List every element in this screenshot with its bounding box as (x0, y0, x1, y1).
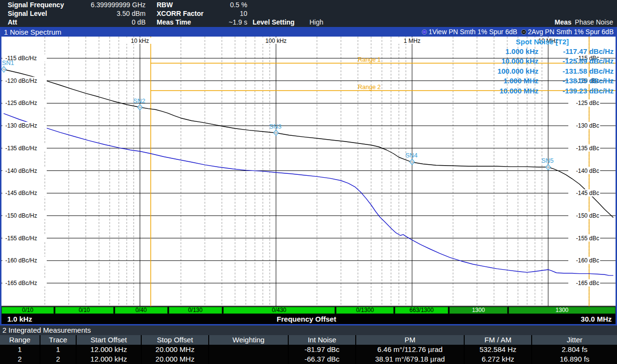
progress-segment: 0/1300 (336, 307, 394, 314)
legend-trace-2[interactable]: 2Avg PN Smth 1% Spur 6dB (521, 28, 614, 36)
meas-mode: MeasPhase Noise (555, 18, 613, 26)
column-header: Weighting (208, 335, 288, 345)
window2-title: 2 Integrated Measurements (2, 326, 91, 334)
x-axis-start: 1.0 kHz (1, 315, 32, 323)
y-tick-left: -150 dBc/Hz (5, 212, 37, 219)
table-cell: 2 (0, 354, 40, 364)
meas-time-label: Meas Time (157, 18, 214, 26)
level-setting-label: Level Setting (253, 18, 295, 26)
column-header: Stop Offset (141, 335, 208, 345)
y-tick-right: -145 dBc (576, 190, 599, 196)
rbw-label: RBW (157, 0, 214, 9)
column-header: Jitter (531, 335, 617, 345)
integrated-measurements-titlebar[interactable]: 2 Integrated Measurements (0, 325, 617, 335)
y-tick-left: -125 dBc/Hz (5, 100, 37, 106)
measurement-header: Signal Frequency 6.399999999 GHz Signal … (0, 0, 617, 27)
integrated-measurements-table: RangeTraceStart OffsetStop OffsetWeighti… (0, 335, 617, 364)
column-header: Start Offset (76, 335, 141, 345)
signal-level-label: Signal Level (8, 9, 75, 18)
x-tick-label: 1 MHz (404, 38, 421, 44)
y-tick-right: -130 dBc (576, 122, 599, 129)
y-tick-right: -150 dBc (576, 212, 599, 219)
table-cell: 6.46 m°/112.76 µrad (355, 345, 464, 354)
progress-segment: 0/10 (55, 307, 114, 314)
table-cell: 16.890 fs (531, 354, 617, 364)
table-header-row: RangeTraceStart OffsetStop OffsetWeighti… (0, 335, 617, 345)
table-cell: 2.804 fs (531, 345, 617, 354)
noise-spectrum-titlebar[interactable]: 1 Noise Spectrum 1View PN Smth 1% Spur 6… (1, 27, 616, 37)
y-tick-right: -155 dBc (576, 235, 599, 242)
x-axis-stop: 30.0 MHz (581, 315, 616, 323)
column-header: Range (0, 335, 40, 345)
meas-label: Meas (555, 18, 572, 26)
column-header: Trace (40, 335, 76, 345)
noise-spectrum-window: 1 Noise Spectrum 1View PN Smth 1% Spur 6… (0, 27, 617, 325)
integrated-measurements-window: 2 Integrated Measurements RangeTraceStar… (0, 325, 617, 364)
table-cell: 20.000 MHz (141, 345, 208, 354)
progress-segment: 1300 (449, 307, 508, 314)
meas-value: Phase Noise (575, 18, 613, 26)
marker-label: SN3 (269, 123, 282, 130)
trace-2-icon (521, 29, 526, 35)
rbw-value[interactable]: 0.5 % (207, 0, 247, 9)
table-cell (208, 345, 288, 354)
noise-spectrum-chart[interactable]: Range 1Range 2-115 dBc/Hz-115 dBc-120 dB… (1, 37, 616, 307)
att-value[interactable]: 0 dB (72, 18, 146, 26)
y-tick-left: -120 dBc/Hz (5, 78, 37, 84)
table-row[interactable]: 2212.000 kHz20.000 MHz-66.37 dBc38.91 m°… (0, 354, 617, 364)
progress-segment: 663/1300 (395, 307, 448, 314)
table-cell: 2 (40, 354, 76, 364)
y-tick-right: -140 dBc (576, 168, 599, 174)
measurement-progress-bar: 0/100/100/400/1300/4300/1300663/13001300… (1, 307, 616, 314)
y-tick-left: -160 dBc/Hz (5, 257, 37, 264)
y-tick-left: -145 dBc/Hz (5, 190, 37, 196)
trace-legend: 1View PN Smth 1% Spur 6dB2Avg PN Smth 1%… (422, 28, 616, 36)
signal-level-value[interactable]: 3.50 dBm (72, 9, 146, 18)
y-tick-right: -120 dBc (576, 78, 599, 84)
marker-label: SN5 (541, 157, 553, 164)
y-tick-right: -125 dBc (576, 100, 599, 106)
table-cell: 1 (0, 345, 40, 354)
x-axis-title: Frequency Offset (32, 315, 581, 323)
table-cell: 20.000 MHz (141, 354, 208, 364)
window1-title: 1 Noise Spectrum (1, 28, 61, 36)
y-tick-right: -165 dBc (576, 280, 599, 286)
table-cell: -81.97 dBc (288, 345, 355, 354)
table-cell: 1 (40, 345, 76, 354)
progress-segment: 0/130 (169, 307, 222, 314)
trace-1-curve (4, 69, 613, 217)
table-cell: -66.37 dBc (288, 354, 355, 364)
progress-segment: 1300 (509, 307, 616, 314)
x-tick-label: 10 kHz (131, 38, 149, 44)
marker-label: SN4 (405, 152, 417, 159)
noise-spectrum-plot[interactable]: Range 1Range 2-115 dBc/Hz-115 dBc-120 dB… (1, 37, 616, 307)
xcorr-factor-value[interactable]: 10 (207, 9, 247, 18)
y-tick-right: -160 dBc (576, 257, 599, 264)
level-setting-value[interactable]: High (309, 18, 323, 26)
table-cell: 38.91 m°/679.18 µrad (355, 354, 464, 364)
table-cell: 532.584 Hz (464, 345, 531, 354)
table-cell (208, 354, 288, 364)
x-axis-bar: 1.0 kHz Frequency Offset 30.0 MHz (1, 314, 616, 324)
table-row[interactable]: 1112.000 kHz20.000 MHz-81.97 dBc6.46 m°/… (0, 345, 617, 354)
meas-time-value[interactable]: ~1.9 s (207, 18, 247, 26)
column-header: PM (355, 335, 464, 345)
legend-trace-1[interactable]: 1View PN Smth 1% Spur 6dB (422, 28, 517, 36)
progress-segment: 0/10 (1, 307, 54, 314)
trace-1-icon (422, 29, 427, 35)
y-tick-left: -155 dBc/Hz (5, 235, 37, 242)
y-tick-left: -140 dBc/Hz (5, 168, 37, 174)
column-header: Int Noise (288, 335, 355, 345)
marker-label: SN2 (133, 97, 145, 104)
xcorr-factor-label: XCORR Factor (157, 9, 214, 18)
y-tick-right: -135 dBc (576, 145, 599, 152)
y-tick-left: -130 dBc/Hz (5, 122, 37, 129)
table-cell: 12.000 kHz (76, 345, 141, 354)
x-tick-label: 100 kHz (266, 38, 287, 44)
legend-trace-label: 2Avg PN Smth 1% Spur 6dB (528, 28, 614, 36)
signal-frequency-value[interactable]: 6.399999999 GHz (72, 0, 146, 9)
y-tick-right: -115 dBc (577, 55, 599, 62)
att-label: Att (8, 18, 75, 26)
y-tick-left: -135 dBc/Hz (5, 145, 37, 152)
legend-trace-label: 1View PN Smth 1% Spur 6dB (429, 28, 517, 36)
